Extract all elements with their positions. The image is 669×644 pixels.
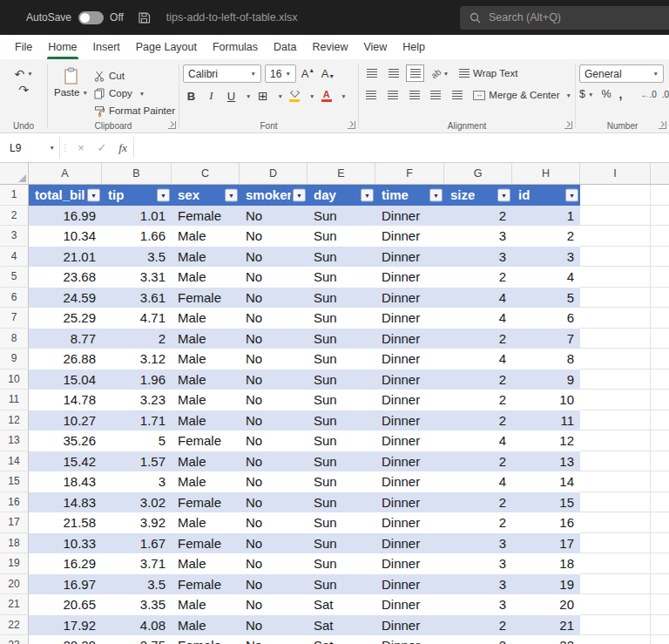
cell-F5[interactable]: Dinner [375,267,444,288]
cell-H3[interactable]: 2 [512,226,580,247]
fill-color-button[interactable] [287,87,303,105]
cell-E14[interactable]: Sun [307,451,375,472]
row-header-5[interactable]: 5 [0,267,29,288]
cell-E5[interactable]: Sun [307,267,375,288]
cell-C8[interactable]: Male [172,329,240,349]
tab-file[interactable]: File [7,35,40,59]
cell-A19[interactable]: 16.29 [29,553,102,574]
cell-I15[interactable] [580,471,651,492]
cell-A10[interactable]: 15.04 [29,369,102,390]
cell-I17[interactable] [580,512,651,533]
table-header-sex[interactable]: sex▼ [172,185,240,206]
cell-F12[interactable]: Dinner [375,410,444,431]
cell-A3[interactable]: 10.34 [29,226,102,247]
percent-style-button[interactable]: % [601,88,611,100]
underline-button[interactable]: U [223,87,240,105]
cell-E19[interactable]: Sun [307,553,375,574]
cell-C17[interactable]: Male [172,512,240,533]
tab-page-layout[interactable]: Page Layout [128,35,205,59]
cell-D6[interactable]: No [240,288,307,308]
decrease-decimal-button[interactable]: .00→ [662,90,669,99]
cell-A4[interactable]: 21.01 [29,247,102,268]
cell-C19[interactable]: Male [172,553,240,574]
undo-button[interactable]: ↶▼ [14,68,32,80]
cell-A14[interactable]: 15.42 [29,451,102,472]
cell-C14[interactable]: Male [172,451,240,472]
filter-button-total_bill[interactable]: ▼ [87,188,100,201]
cell-H6[interactable]: 5 [512,288,580,308]
cell-G19[interactable]: 3 [444,553,512,574]
cell-A17[interactable]: 21.58 [29,512,102,533]
cell-D12[interactable]: No [240,410,307,431]
table-header-size[interactable]: size▼ [444,185,512,206]
cell-I23[interactable] [580,635,651,644]
cell-H2[interactable]: 1 [512,206,580,227]
cell-A13[interactable]: 35.26 [29,430,102,451]
cell-F15[interactable]: Dinner [375,471,444,492]
table-header-id[interactable]: id▼ [512,185,580,206]
increase-indent-button[interactable] [449,86,467,104]
cell-C6[interactable]: Female [172,288,240,308]
cell-E15[interactable]: Sun [307,471,375,492]
autosave-toggle[interactable] [78,11,104,24]
copy-button[interactable]: Copy▼ [94,86,175,100]
cell-C18[interactable]: Female [172,533,240,554]
cell-I18[interactable] [580,533,651,554]
cell-H8[interactable]: 7 [512,329,580,349]
cell-G2[interactable]: 2 [444,206,512,227]
formula-input[interactable] [134,133,669,162]
cell-E2[interactable]: Sun [307,206,375,227]
column-header-E[interactable]: E [307,163,375,184]
cell-I1[interactable] [580,185,651,206]
cell-E8[interactable]: Sun [307,329,375,349]
cell-E4[interactable]: Sun [307,247,375,268]
filter-button-smoker[interactable]: ▼ [293,188,306,201]
middle-align-button[interactable] [384,64,402,82]
row-header-1[interactable]: 1 [0,185,29,206]
cell-G21[interactable]: 3 [444,594,512,615]
cell-E11[interactable]: Sun [307,390,375,410]
column-header-A[interactable]: A [29,163,102,184]
cell-A11[interactable]: 14.78 [29,390,102,410]
cell-A8[interactable]: 8.77 [29,329,102,349]
cell-C23[interactable]: Female [172,635,240,644]
cell-H22[interactable]: 21 [512,615,580,636]
cell-F9[interactable]: Dinner [375,349,444,369]
cell-A2[interactable]: 16.99 [29,206,102,227]
increase-decimal-button[interactable]: ←.0 [640,90,656,99]
column-header-G[interactable]: G [444,163,512,184]
cell-B21[interactable]: 3.35 [102,594,172,615]
font-name-select[interactable]: Calibri▼ [183,64,261,83]
cell-C13[interactable]: Female [172,430,240,451]
filter-button-size[interactable]: ▼ [497,188,510,201]
cell-A6[interactable]: 24.59 [29,288,102,308]
row-header-9[interactable]: 9 [0,349,29,369]
cell-B12[interactable]: 1.71 [102,410,172,431]
row-header-10[interactable]: 10 [0,369,29,390]
row-header-14[interactable]: 14 [0,451,29,472]
cell-G9[interactable]: 4 [444,349,512,369]
cell-H12[interactable]: 11 [512,410,580,431]
cell-F4[interactable]: Dinner [375,247,444,268]
cell-G15[interactable]: 4 [444,471,512,492]
cell-H19[interactable]: 18 [512,553,580,574]
tab-data[interactable]: Data [266,35,304,59]
cell-E9[interactable]: Sun [307,349,375,369]
cell-C11[interactable]: Male [172,390,240,410]
cell-D19[interactable]: No [240,553,307,574]
cell-E6[interactable]: Sun [307,288,375,308]
cell-D3[interactable]: No [240,226,307,247]
cell-F7[interactable]: Dinner [375,308,444,329]
cell-A22[interactable]: 17.92 [29,615,102,636]
decrease-indent-button[interactable] [427,86,445,104]
accounting-format-button[interactable]: $▼ [579,88,593,100]
format-painter-button[interactable]: Format Painter [94,104,175,118]
cell-E17[interactable]: Sun [307,512,375,533]
cell-H20[interactable]: 19 [512,574,580,595]
cell-H21[interactable]: 20 [512,594,580,615]
cancel-icon[interactable]: × [71,133,91,162]
cell-F2[interactable]: Dinner [375,206,444,227]
cell-H11[interactable]: 10 [512,390,580,410]
table-header-tip[interactable]: tip▼ [102,185,172,206]
row-header-11[interactable]: 11 [0,390,29,410]
